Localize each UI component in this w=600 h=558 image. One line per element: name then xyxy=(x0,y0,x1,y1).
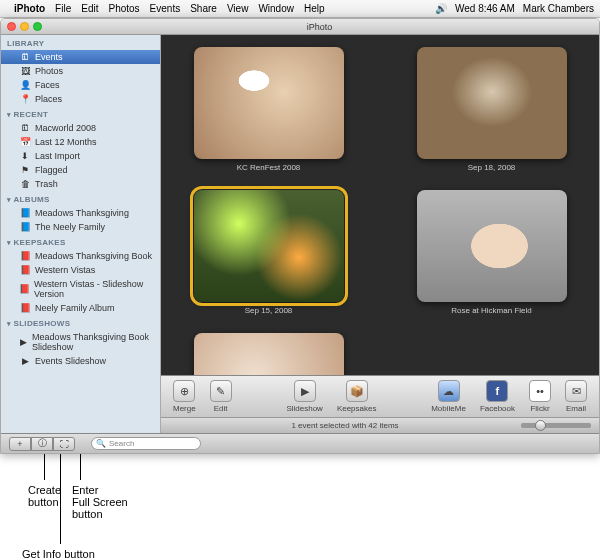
search-icon: 🔍 xyxy=(96,439,106,448)
sidebar-item-meadows-thanksgiving[interactable]: 📘Meadows Thanksgiving xyxy=(1,206,160,220)
user-menu[interactable]: Mark Chambers xyxy=(523,3,594,14)
menu-events[interactable]: Events xyxy=(150,3,181,14)
sidebar-item-label: Meadows Thanksgiving Book xyxy=(35,251,152,261)
sidebar-item-places[interactable]: 📍Places xyxy=(1,92,160,106)
sidebar-item-western-vistas---slideshow-version[interactable]: 📕Western Vistas - Slideshow Version xyxy=(1,277,160,301)
keepsakes-icon: 📦 xyxy=(346,380,368,402)
sidebar-item-last-import[interactable]: ⬇Last Import xyxy=(1,149,160,163)
menu-file[interactable]: File xyxy=(55,3,71,14)
toolbar-button-label: Facebook xyxy=(480,404,515,413)
toolbar-keepsakes-button[interactable]: 📦Keepsakes xyxy=(331,378,383,415)
event-caption: KC RenFest 2008 xyxy=(237,163,301,172)
sidebar-item-label: Trash xyxy=(35,179,58,189)
toolbar-button-label: Keepsakes xyxy=(337,404,377,413)
toolbar-mobileme-button[interactable]: ☁MobileMe xyxy=(425,378,472,415)
toolbar-button-label: Flickr xyxy=(530,404,549,413)
sidebar-item-icon: 📕 xyxy=(19,265,31,275)
sidebar-item-icon: 🗓 xyxy=(19,123,31,133)
sidebar-item-meadows-thanksgiving-book-slideshow[interactable]: ▶Meadows Thanksgiving Book Slideshow xyxy=(1,330,160,354)
facebook-icon: f xyxy=(486,380,508,402)
event-image[interactable] xyxy=(194,47,344,159)
event-thumbnail[interactable]: KC RenFest 2008 xyxy=(177,47,360,172)
sidebar-item-label: Western Vistas - Slideshow Version xyxy=(34,279,154,299)
toolbar-group-left: ⊕Merge✎Edit xyxy=(167,378,238,415)
toolbar-slideshow-button[interactable]: ▶Slideshow xyxy=(280,378,328,415)
sidebar-item-label: Macworld 2008 xyxy=(35,123,96,133)
toolbar-email-button[interactable]: ✉Email xyxy=(559,378,593,415)
toolbar-merge-button[interactable]: ⊕Merge xyxy=(167,378,202,415)
window-titlebar: iPhoto xyxy=(1,19,599,35)
menu-window[interactable]: Window xyxy=(258,3,294,14)
sidebar-item-icon: 📍 xyxy=(19,94,31,104)
event-image[interactable] xyxy=(417,190,567,302)
status-text: 1 event selected with 42 items xyxy=(169,421,521,430)
window-footer: + ⓘ ⛶ 🔍 Search xyxy=(1,433,599,453)
event-thumbnail[interactable]: Sep 18, 2008 xyxy=(400,47,583,172)
email-icon: ✉ xyxy=(565,380,587,402)
slideshow-icon: ▶ xyxy=(294,380,316,402)
zoom-window-button[interactable] xyxy=(33,22,42,31)
sidebar-item-icon: 📘 xyxy=(19,222,31,232)
menu-help[interactable]: Help xyxy=(304,3,325,14)
toolbar-facebook-button[interactable]: fFacebook xyxy=(474,378,521,415)
event-image[interactable] xyxy=(194,333,344,375)
toolbar-flickr-button[interactable]: ••Flickr xyxy=(523,378,557,415)
sidebar-section-recent[interactable]: RECENT xyxy=(1,106,160,121)
sidebar-item-photos[interactable]: 🖼Photos xyxy=(1,64,160,78)
event-thumbnail[interactable] xyxy=(177,333,360,375)
menu-app[interactable]: iPhoto xyxy=(14,3,45,14)
zoom-slider[interactable] xyxy=(521,423,591,428)
event-thumbnail[interactable]: Sep 15, 2008 xyxy=(177,190,360,315)
status-bar: 1 event selected with 42 items xyxy=(161,417,599,433)
sidebar-item-trash[interactable]: 🗑Trash xyxy=(1,177,160,191)
event-image[interactable] xyxy=(194,190,344,302)
sidebar-section-albums[interactable]: ALBUMS xyxy=(1,191,160,206)
sidebar-item-label: Meadows Thanksgiving Book Slideshow xyxy=(32,332,154,352)
sidebar-item-flagged[interactable]: ⚑Flagged xyxy=(1,163,160,177)
sidebar-item-western-vistas[interactable]: 📕Western Vistas xyxy=(1,263,160,277)
window-title: iPhoto xyxy=(46,22,593,32)
clock[interactable]: Wed 8:46 AM xyxy=(455,3,515,14)
toolbar-button-label: MobileMe xyxy=(431,404,466,413)
sidebar-item-faces[interactable]: 👤Faces xyxy=(1,78,160,92)
sidebar-item-last-12-months[interactable]: 📅Last 12 Months xyxy=(1,135,160,149)
source-list-sidebar: LIBRARY🗓Events🖼Photos👤Faces📍PlacesRECENT… xyxy=(1,35,161,433)
fullscreen-button[interactable]: ⛶ xyxy=(53,437,75,451)
menu-photos[interactable]: Photos xyxy=(108,3,139,14)
menu-share[interactable]: Share xyxy=(190,3,217,14)
sidebar-item-label: Meadows Thanksgiving xyxy=(35,208,129,218)
menu-edit[interactable]: Edit xyxy=(81,3,98,14)
close-window-button[interactable] xyxy=(7,22,16,31)
sidebar-section-slideshows[interactable]: SLIDESHOWS xyxy=(1,315,160,330)
annotation-create: Create button xyxy=(28,484,61,508)
sidebar-item-label: Photos xyxy=(35,66,63,76)
edit-icon: ✎ xyxy=(210,380,232,402)
sidebar-item-events-slideshow[interactable]: ▶Events Slideshow xyxy=(1,354,160,368)
main-content: KC RenFest 2008Sep 18, 2008Sep 15, 2008R… xyxy=(161,35,599,433)
sidebar-item-icon: ▶ xyxy=(19,337,28,347)
sidebar-item-label: Western Vistas xyxy=(35,265,95,275)
sidebar-section-keepsakes[interactable]: KEEPSAKES xyxy=(1,234,160,249)
event-thumbnail[interactable]: Rose at Hickman Field xyxy=(400,190,583,315)
sidebar-item-icon: 🗑 xyxy=(19,179,31,189)
event-caption: Sep 15, 2008 xyxy=(245,306,293,315)
sidebar-item-neely-family-album[interactable]: 📕Neely Family Album xyxy=(1,301,160,315)
sidebar-item-icon: 📕 xyxy=(19,303,31,313)
create-button[interactable]: + xyxy=(9,437,31,451)
event-image[interactable] xyxy=(417,47,567,159)
get-info-button[interactable]: ⓘ xyxy=(31,437,53,451)
sidebar-item-macworld-2008[interactable]: 🗓Macworld 2008 xyxy=(1,121,160,135)
volume-icon[interactable]: 🔊 xyxy=(435,3,447,14)
search-field[interactable]: 🔍 Search xyxy=(91,437,201,450)
toolbar-edit-button[interactable]: ✎Edit xyxy=(204,378,238,415)
sidebar-item-icon: 🖼 xyxy=(19,66,31,76)
menu-view[interactable]: View xyxy=(227,3,249,14)
toolbar-button-label: Email xyxy=(566,404,586,413)
sidebar-section-library[interactable]: LIBRARY xyxy=(1,35,160,50)
sidebar-item-icon: ⬇ xyxy=(19,151,31,161)
sidebar-item-the-neely-family[interactable]: 📘The Neely Family xyxy=(1,220,160,234)
minimize-window-button[interactable] xyxy=(20,22,29,31)
sidebar-item-events[interactable]: 🗓Events xyxy=(1,50,160,64)
annotation-getinfo: Get Info button xyxy=(22,548,95,558)
sidebar-item-meadows-thanksgiving-book[interactable]: 📕Meadows Thanksgiving Book xyxy=(1,249,160,263)
